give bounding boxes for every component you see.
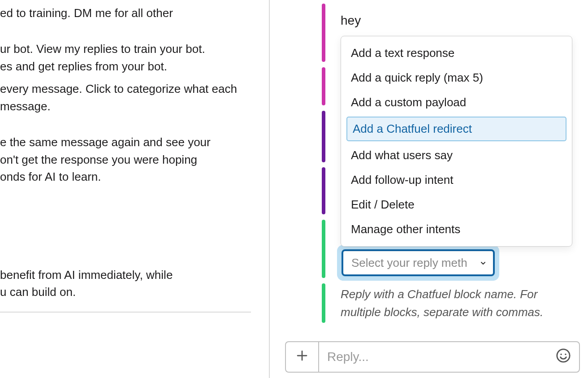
article-line: on't get the response you were hoping [0, 151, 251, 168]
reply-composer: Reply... [285, 341, 580, 373]
article-line: ed to training. DM me for all other [0, 4, 251, 22]
user-message: hey [341, 13, 579, 28]
article-line: ur bot. View my replies to train your bo… [0, 40, 251, 57]
article-line: benefit from AI immediately, while [0, 266, 251, 283]
menu-item[interactable]: Manage other intents [341, 217, 572, 242]
plus-icon [295, 349, 309, 365]
thread-pane: hey Add a text responseAdd a quick reply… [270, 0, 588, 378]
menu-item[interactable]: Add follow-up intent [341, 168, 572, 192]
svg-point-2 [557, 349, 570, 361]
reply-placeholder: Reply... [327, 350, 369, 364]
menu-item[interactable]: Add what users say [341, 143, 572, 168]
helper-text: Reply with a Chatfuel block name. For mu… [341, 285, 572, 322]
menu-item[interactable]: Add a text response [341, 41, 572, 65]
article-line: every message. Click to categorize what … [0, 80, 251, 115]
menu-item[interactable]: Add a Chatfuel redirect [346, 117, 566, 141]
add-attachment-button[interactable] [285, 341, 318, 373]
thread-bar [322, 67, 325, 105]
reply-input[interactable]: Reply... [318, 341, 580, 373]
article-line: es and get replies from your bot. [0, 58, 251, 75]
thread-bar [322, 283, 325, 323]
smiley-icon [556, 352, 571, 366]
article-line: u can build on. [0, 283, 251, 300]
main-article-pane: ed to training. DM me for all other ur b… [0, 0, 270, 378]
select-placeholder: Select your reply meth [351, 256, 467, 270]
emoji-button[interactable] [556, 348, 571, 366]
thread-bar [322, 111, 325, 162]
article-line: e the same message again and see your [0, 134, 251, 151]
reply-method-select[interactable]: Select your reply meth [342, 249, 495, 276]
svg-point-4 [565, 353, 566, 355]
thread-bar [322, 167, 325, 214]
article-line: onds for AI to learn. [0, 168, 251, 185]
menu-item[interactable]: Add a custom payload [341, 90, 572, 115]
reply-options-menu: Add a text responseAdd a quick reply (ma… [341, 36, 572, 247]
menu-item[interactable]: Add a quick reply (max 5) [341, 65, 572, 90]
thread-bar [322, 4, 325, 62]
reply-method-select-wrap: Select your reply meth [337, 245, 499, 281]
chevron-down-icon [480, 256, 487, 270]
menu-item[interactable]: Edit / Delete [341, 192, 572, 217]
svg-point-3 [560, 353, 562, 355]
thread-bar [322, 220, 325, 278]
